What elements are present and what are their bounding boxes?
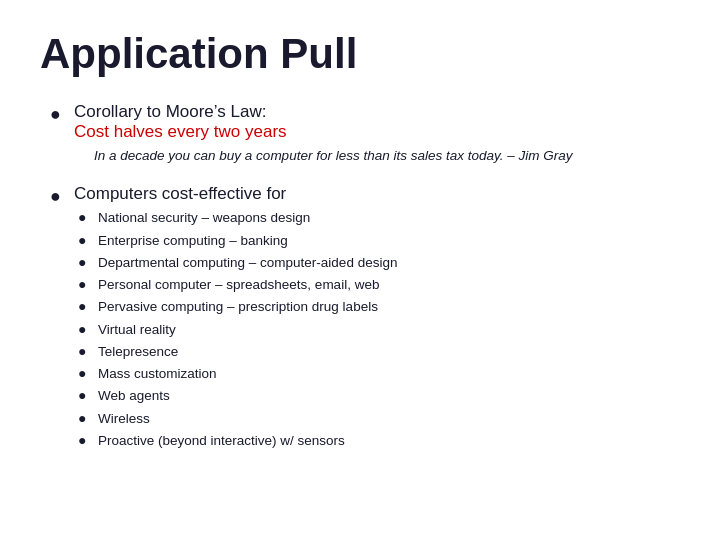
- sub-bullet-icon: ●: [78, 209, 90, 225]
- list-item: ●Mass customization: [78, 364, 680, 384]
- sub-bullet-icon: ●: [78, 232, 90, 248]
- list-item: ●Virtual reality: [78, 320, 680, 340]
- sub-item-text: Pervasive computing – prescription drug …: [98, 297, 378, 317]
- list-item: ●Enterprise computing – banking: [78, 231, 680, 251]
- sub-item-text: Enterprise computing – banking: [98, 231, 288, 251]
- list-item: ● Computers cost-effective for ●National…: [50, 184, 680, 453]
- list-item: ●Departmental computing – computer-aided…: [78, 253, 680, 273]
- sub-item-text: Mass customization: [98, 364, 217, 384]
- cost-text: Cost halves every two years: [74, 122, 287, 141]
- slide-title: Application Pull: [40, 30, 680, 78]
- sub-bullet-icon: ●: [78, 387, 90, 403]
- item2-content: Computers cost-effective for ●National s…: [74, 184, 680, 453]
- list-item: ●Web agents: [78, 386, 680, 406]
- sub-bullet-icon: ●: [78, 321, 90, 337]
- list-item: ●Telepresence: [78, 342, 680, 362]
- sub-item-text: Proactive (beyond interactive) w/ sensor…: [98, 431, 345, 451]
- sub-item-text: Departmental computing – computer-aided …: [98, 253, 397, 273]
- computers-text: Computers cost-effective for: [74, 184, 286, 203]
- bullet-icon-1: ●: [50, 104, 64, 125]
- sub-item-text: Virtual reality: [98, 320, 176, 340]
- sub-bullet-icon: ●: [78, 343, 90, 359]
- slide: Application Pull ● Corollary to Moore’s …: [0, 0, 720, 540]
- item1-content: Corollary to Moore’s Law: Cost halves ev…: [74, 102, 680, 174]
- sub-bullet-icon: ●: [78, 276, 90, 292]
- corollary-text: Corollary to Moore’s Law:: [74, 102, 266, 121]
- item2-main: Computers cost-effective for: [74, 184, 680, 204]
- sub-list: ●National security – weapons design●Ente…: [74, 208, 680, 451]
- sub-bullet-icon: ●: [78, 365, 90, 381]
- sub-item-text: Web agents: [98, 386, 170, 406]
- content-area: ● Corollary to Moore’s Law: Cost halves …: [40, 102, 680, 453]
- sub-item-text: Telepresence: [98, 342, 178, 362]
- item1-line2: Cost halves every two years: [74, 122, 680, 142]
- quote-block: In a decade you can buy a computer for l…: [94, 146, 680, 166]
- sub-bullet-icon: ●: [78, 254, 90, 270]
- list-item: ●Pervasive computing – prescription drug…: [78, 297, 680, 317]
- item1-line1: Corollary to Moore’s Law:: [74, 102, 680, 122]
- bullet-icon-2: ●: [50, 186, 64, 207]
- list-item: ●Wireless: [78, 409, 680, 429]
- list-item: ●Personal computer – spreadsheets, email…: [78, 275, 680, 295]
- sub-bullet-icon: ●: [78, 410, 90, 426]
- quote-text: In a decade you can buy a computer for l…: [94, 148, 573, 163]
- sub-item-text: Personal computer – spreadsheets, email,…: [98, 275, 379, 295]
- sub-bullet-icon: ●: [78, 298, 90, 314]
- sub-item-text: Wireless: [98, 409, 150, 429]
- list-item: ●National security – weapons design: [78, 208, 680, 228]
- list-item: ●Proactive (beyond interactive) w/ senso…: [78, 431, 680, 451]
- list-item: ● Corollary to Moore’s Law: Cost halves …: [50, 102, 680, 174]
- sub-item-text: National security – weapons design: [98, 208, 310, 228]
- sub-bullet-icon: ●: [78, 432, 90, 448]
